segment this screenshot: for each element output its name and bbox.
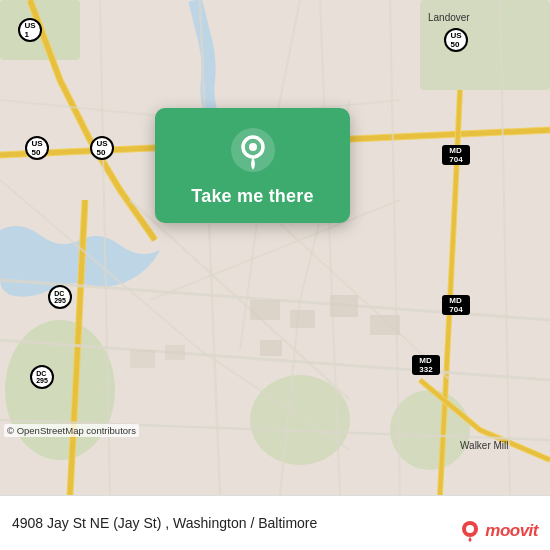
- us50-right-badge: US50: [444, 28, 468, 52]
- svg-point-17: [466, 525, 474, 533]
- md704-top-badge: MD704: [442, 145, 470, 165]
- svg-rect-6: [250, 300, 280, 320]
- bottom-bar: 4908 Jay St NE (Jay St) , Washington / B…: [0, 495, 550, 550]
- md332-badge: MD332: [412, 355, 440, 375]
- road-badge-md332: MD332: [412, 355, 440, 375]
- us50-mid-badge: US50: [90, 136, 114, 160]
- md704-bot-badge: MD704: [442, 295, 470, 315]
- road-badge-dc295-bot: DC295: [30, 365, 54, 389]
- road-badge-us1: US1: [18, 18, 42, 42]
- svg-point-4: [390, 390, 470, 470]
- moovit-logo-text: moovit: [485, 521, 538, 541]
- osm-attribution-text: © OpenStreetMap contributors: [7, 425, 136, 436]
- svg-rect-9: [260, 340, 282, 356]
- moovit-logo: moovit: [459, 520, 538, 542]
- map-container: US1 US50 US50 US50 MD704 MD704 MD332 DC2…: [0, 0, 550, 495]
- dc295-top-badge: DC295: [48, 285, 72, 309]
- address-separator: ,: [165, 515, 173, 531]
- dc295-bot-badge: DC295: [30, 365, 54, 389]
- road-badge-dc295-top: DC295: [48, 285, 72, 309]
- location-pin-icon: [229, 126, 277, 174]
- address-text: 4908 Jay St NE (Jay St): [12, 515, 161, 531]
- svg-point-15: [249, 143, 257, 151]
- road-badge-md704-bot: MD704: [442, 295, 470, 315]
- region-text: Washington / Baltimore: [173, 515, 317, 531]
- road-badge-md704-top: MD704: [442, 145, 470, 165]
- svg-rect-10: [370, 315, 400, 335]
- walker-mill-label: Walker Mill: [460, 440, 509, 451]
- address-label: 4908 Jay St NE (Jay St) , Washington / B…: [12, 514, 317, 532]
- moovit-pin-icon: [459, 520, 481, 542]
- svg-rect-12: [165, 345, 185, 360]
- road-badge-us50-right: US50: [444, 28, 468, 52]
- landover-label: Landover: [428, 12, 470, 23]
- svg-rect-8: [330, 295, 358, 317]
- svg-rect-11: [130, 350, 155, 368]
- osm-attribution: © OpenStreetMap contributors: [4, 424, 139, 437]
- road-badge-us50-mid: US50: [90, 136, 114, 160]
- us50-left-badge: US50: [25, 136, 49, 160]
- road-badge-us50-left: US50: [25, 136, 49, 160]
- us1-badge: US1: [18, 18, 42, 42]
- location-popup: Take me there: [155, 108, 350, 223]
- take-me-there-button[interactable]: Take me there: [191, 186, 313, 207]
- svg-rect-7: [290, 310, 315, 328]
